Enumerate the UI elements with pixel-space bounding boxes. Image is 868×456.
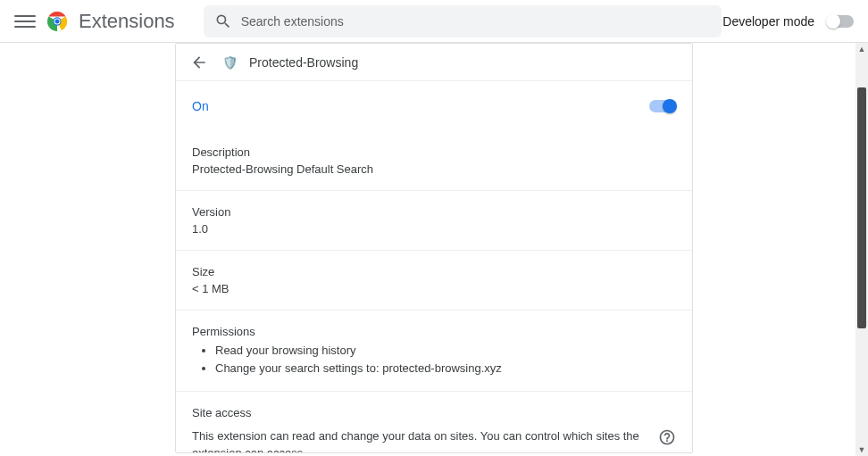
page-scrollbar[interactable]: ▲ ▼ xyxy=(855,43,868,456)
section-size: Size < 1 MB xyxy=(176,251,692,311)
section-permissions: Permissions Read your browsing history C… xyxy=(176,311,692,392)
search-input[interactable] xyxy=(241,14,711,29)
section-description: Description Protected-Browsing Default S… xyxy=(176,131,692,191)
size-value: < 1 MB xyxy=(192,282,676,295)
permissions-heading: Permissions xyxy=(192,325,676,338)
permission-item: Read your browsing history xyxy=(215,342,676,360)
version-value: 1.0 xyxy=(192,222,676,236)
description-heading: Description xyxy=(192,145,676,159)
size-heading: Size xyxy=(192,265,676,278)
page-title: Extensions xyxy=(79,10,175,33)
extension-icon: 🛡️ xyxy=(219,52,240,73)
enable-label: On xyxy=(192,99,209,113)
extension-detail-panel: 🛡️ Protected-Browsing On Description Pro… xyxy=(175,43,693,453)
topbar-right: Developer mode xyxy=(722,14,854,29)
section-site-access: Site access This extension can read and … xyxy=(176,392,692,452)
arrow-left-icon xyxy=(190,54,208,71)
developer-mode-toggle[interactable] xyxy=(827,15,854,28)
site-access-description: This extension can read and change your … xyxy=(192,428,647,452)
description-value: Protected-Browsing Default Search xyxy=(192,162,676,176)
main-menu-button[interactable] xyxy=(14,11,36,32)
enable-row: On xyxy=(176,81,692,131)
svg-point-4 xyxy=(55,19,60,23)
extensions-logo-icon xyxy=(46,11,68,32)
topbar: Extensions Developer mode xyxy=(0,0,868,43)
section-version: Version 1.0 xyxy=(176,191,692,251)
permission-item: Change your search settings to: protecte… xyxy=(215,360,676,377)
developer-mode-label: Developer mode xyxy=(722,14,814,29)
detail-scroll[interactable]: On Description Protected-Browsing Defaul… xyxy=(176,81,692,452)
help-icon[interactable] xyxy=(658,428,676,446)
enable-toggle[interactable] xyxy=(649,100,676,112)
site-access-heading: Site access xyxy=(192,406,676,419)
scroll-up-arrow-icon[interactable]: ▲ xyxy=(855,43,868,55)
scrollbar-thumb[interactable] xyxy=(857,87,866,328)
detail-header: 🛡️ Protected-Browsing xyxy=(176,44,692,81)
version-heading: Version xyxy=(192,205,676,219)
back-button[interactable] xyxy=(188,52,210,73)
search-icon xyxy=(214,12,232,30)
body: 🛡️ Protected-Browsing On Description Pro… xyxy=(0,43,868,456)
extension-name: Protected-Browsing xyxy=(249,55,358,70)
scroll-down-arrow-icon[interactable]: ▼ xyxy=(855,444,868,456)
permissions-list: Read your browsing history Change your s… xyxy=(192,342,676,377)
search-bar[interactable] xyxy=(204,5,722,37)
